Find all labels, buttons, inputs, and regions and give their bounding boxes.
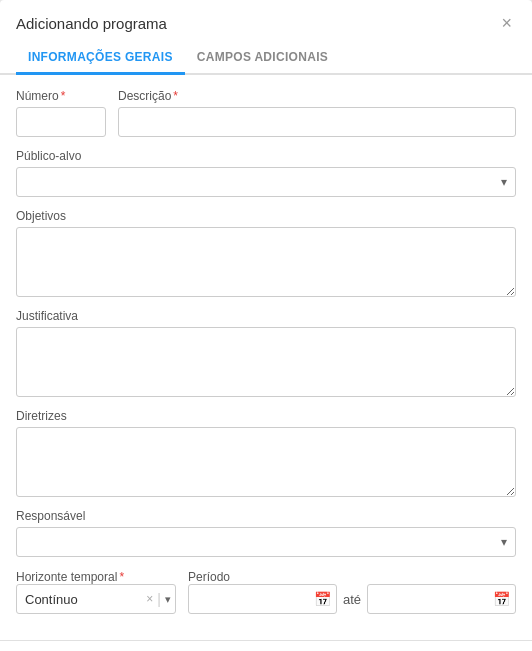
horizonte-label: Horizonte temporal* <box>16 570 124 584</box>
numero-group: Número* <box>16 89 106 137</box>
publico-alvo-label: Público-alvo <box>16 149 516 163</box>
modal-header: Adicionando programa × <box>0 0 532 42</box>
responsavel-label: Responsável <box>16 509 516 523</box>
periodo-end-wrap: 📅 <box>367 584 516 614</box>
publico-alvo-select[interactable] <box>17 168 515 196</box>
periodo-end-input[interactable] <box>367 584 516 614</box>
justificativa-group: Justificativa <box>16 309 516 397</box>
horizonte-select-wrapper[interactable]: Contínuo Temporário × | ▾ <box>16 584 176 614</box>
diretrizes-group: Diretrizes <box>16 409 516 497</box>
responsavel-select[interactable] <box>17 528 515 556</box>
objetivos-group: Objetivos <box>16 209 516 297</box>
diretrizes-label: Diretrizes <box>16 409 516 423</box>
descricao-label: Descrição* <box>118 89 516 103</box>
publico-alvo-group: Público-alvo ▾ <box>16 149 516 197</box>
horizonte-group: Horizonte temporal* Contínuo Temporário … <box>16 569 176 614</box>
horizonte-clear-icon[interactable]: × <box>146 592 153 606</box>
descricao-group: Descrição* <box>118 89 516 137</box>
periodo-group: Período 📅 até 📅 <box>188 569 516 614</box>
ate-label: até <box>343 592 361 607</box>
numero-input[interactable] <box>16 107 106 137</box>
diretrizes-textarea[interactable] <box>16 427 516 497</box>
justificativa-textarea[interactable] <box>16 327 516 397</box>
close-button[interactable]: × <box>497 14 516 32</box>
objetivos-textarea[interactable] <box>16 227 516 297</box>
horizonte-periodo-row: Horizonte temporal* Contínuo Temporário … <box>16 569 516 614</box>
periodo-inner: 📅 até 📅 <box>188 584 516 614</box>
modal-title: Adicionando programa <box>16 15 167 32</box>
tabs-container: INFORMAÇÕES GERAIS CAMPOS ADICIONAIS <box>0 42 532 75</box>
numero-label: Número* <box>16 89 106 103</box>
modal: Adicionando programa × INFORMAÇÕES GERAI… <box>0 0 532 651</box>
objetivos-label: Objetivos <box>16 209 516 223</box>
periodo-start-wrap: 📅 <box>188 584 337 614</box>
tab-informacoes-gerais[interactable]: INFORMAÇÕES GERAIS <box>16 42 185 75</box>
modal-body: Número* Descrição* Público-alvo ▾ <box>0 75 532 640</box>
periodo-start-input[interactable] <box>188 584 337 614</box>
publico-alvo-select-wrapper[interactable]: ▾ <box>16 167 516 197</box>
justificativa-label: Justificativa <box>16 309 516 323</box>
responsavel-select-wrapper[interactable]: ▾ <box>16 527 516 557</box>
descricao-input[interactable] <box>118 107 516 137</box>
numero-descricao-row: Número* Descrição* <box>16 89 516 137</box>
responsavel-group: Responsável ▾ <box>16 509 516 557</box>
periodo-label: Período <box>188 570 230 584</box>
tab-campos-adicionais[interactable]: CAMPOS ADICIONAIS <box>185 42 340 75</box>
modal-footer: SALVAR SALVAR E ADICIONAR NOVO CANCELAR <box>0 640 532 651</box>
